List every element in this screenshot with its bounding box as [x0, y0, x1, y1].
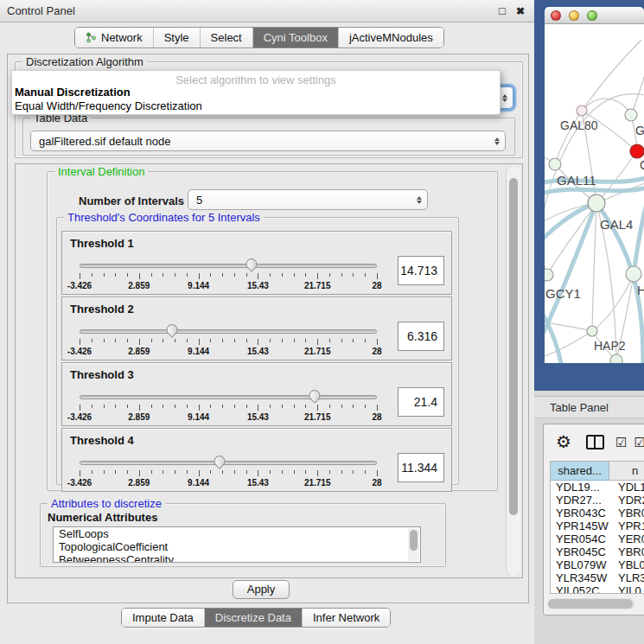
threshold-1-value-field[interactable]: 14.713 — [398, 256, 444, 285]
bottom-tab-bar: Impute Data Discretize Data Infer Networ… — [121, 608, 391, 628]
app-root: Control Panel □ ✖ Network Style Select C… — [0, 0, 644, 644]
tab-jactivemnodules[interactable]: jActiveMNodules — [338, 28, 443, 48]
cyni-toolbox-panel: Discretization Algorithm Table Data galF… — [7, 54, 529, 603]
network-node[interactable] — [577, 105, 587, 116]
window-zoom-button[interactable] — [587, 10, 597, 21]
group-title: Discretization Algorithm — [22, 55, 147, 68]
table-row[interactable]: YBR043CYBR0 — [551, 507, 644, 520]
network-node[interactable] — [549, 158, 561, 170]
numerical-attributes-list[interactable]: SelfLoopsTopologicalCoefficientBetweenne… — [53, 526, 421, 563]
network-icon — [86, 32, 97, 43]
tab-infer-network[interactable]: Infer Network — [302, 609, 390, 627]
column-header-shared-name[interactable]: shared... — [551, 462, 609, 481]
control-panel: Control Panel □ ✖ Network Style Select C… — [0, 0, 534, 644]
float-window-icon[interactable]: □ — [496, 5, 508, 17]
tab-select[interactable]: Select — [200, 28, 252, 48]
table-row[interactable]: YDR27...YDR2 — [551, 494, 644, 507]
table-row[interactable]: YBR045CYBR0 — [551, 545, 644, 558]
group-title: Interval Definition — [54, 165, 148, 178]
tab-label: Impute Data — [132, 611, 194, 624]
threshold-label: Threshold 3 — [70, 368, 134, 381]
slider-thumb[interactable] — [211, 453, 226, 469]
network-node-label: C — [640, 158, 644, 172]
combobox-stepper-icon — [489, 137, 505, 145]
threshold-4-value-field[interactable]: 11.344 — [398, 453, 444, 482]
threshold-1-slider[interactable]: -3.4262.8599.14415.4321.71528 — [80, 263, 377, 292]
network-node-label: GAL4 — [600, 217, 633, 232]
dropdown-option-manual-discretization[interactable]: Manual Discretization — [12, 86, 500, 99]
column-header-name[interactable]: n — [609, 462, 644, 481]
settings-vertical-scrollbar[interactable] — [506, 166, 520, 576]
tab-network[interactable]: Network — [75, 28, 153, 48]
table-row[interactable]: YER054CYER0 — [551, 532, 644, 545]
network-node[interactable] — [587, 326, 597, 336]
group-title: Threshold's Coordinates for 5 Intervals — [64, 211, 264, 224]
network-edge[interactable] — [596, 151, 637, 203]
window-close-button[interactable] — [551, 10, 561, 21]
tab-label: Select — [211, 31, 242, 44]
gear-icon[interactable]: ⚙ — [556, 433, 571, 450]
table-data-combobox[interactable]: galFiltered.sif default node — [30, 131, 506, 151]
tab-impute-data[interactable]: Impute Data — [122, 609, 204, 627]
table-toolbar: ⚙ ☑ ☑ — [544, 424, 644, 459]
table-row[interactable]: YDL19...YDL1 — [551, 481, 644, 494]
network-edge[interactable] — [582, 40, 641, 111]
network-node-label: GCY1 — [545, 286, 581, 301]
network-edge[interactable] — [592, 203, 596, 331]
group-title: Attributes to discretize — [48, 497, 165, 510]
network-edge[interactable] — [631, 57, 644, 115]
table-header-row: shared... n — [551, 462, 644, 481]
right-side-panel: GAL80GACGAL11GAL4GCY1HHAP2 Table Panel ⚙… — [534, 0, 644, 644]
attribute-list-item[interactable]: SelfLoops — [54, 527, 420, 540]
table-row[interactable]: YBL079WYBL0 — [551, 558, 644, 571]
numerical-attributes-label: Numerical Attributes — [48, 511, 157, 524]
network-edge-thick[interactable] — [545, 203, 596, 337]
threshold-4-slider[interactable]: -3.4262.8599.14415.4321.71528 — [80, 460, 377, 489]
columns-icon[interactable] — [586, 435, 604, 450]
tab-discretize-data[interactable]: Discretize Data — [204, 609, 302, 627]
table-panel-header: Table Panel — [534, 396, 644, 418]
network-node-label: HAP2 — [594, 339, 626, 353]
slider-thumb[interactable] — [243, 256, 258, 271]
threshold-3-value-field[interactable]: 21.4 — [398, 387, 444, 417]
checkbox-icon[interactable]: ☑ — [615, 436, 627, 449]
network-node[interactable] — [545, 269, 553, 281]
threshold-2-slider[interactable]: -3.4262.8599.14415.4321.71528 — [80, 328, 377, 358]
table-horizontal-scrollbar[interactable] — [547, 598, 635, 609]
tab-label: Discretize Data — [215, 611, 291, 624]
threshold-2-value-field[interactable]: 6.316 — [398, 322, 444, 351]
number-of-intervals-value: 5 — [188, 194, 411, 207]
network-node[interactable] — [588, 194, 605, 212]
table-panel: ⚙ ☑ ☑ shared... n YDL19...YDL1YDR27...YD… — [543, 424, 644, 615]
dropdown-option-equal-width-frequency[interactable]: Equal Width/Frequency Discretization — [12, 99, 500, 113]
table-row[interactable]: YIL052CYIL0 — [551, 584, 644, 594]
network-node[interactable] — [610, 354, 622, 363]
threshold-3-slider[interactable]: -3.4262.8599.14415.4321.71528 — [80, 394, 377, 424]
threshold-label: Threshold 1 — [70, 237, 134, 250]
table-row[interactable]: YLR345WYLR3 — [551, 571, 644, 584]
network-canvas[interactable]: GAL80GACGAL11GAL4GCY1HHAP2 — [545, 24, 644, 363]
network-node[interactable] — [626, 266, 641, 282]
number-of-intervals-combobox[interactable]: 5 — [188, 189, 428, 210]
checkbox-icon[interactable]: ☑ — [634, 436, 644, 449]
network-node-label: GAL11 — [557, 173, 596, 188]
window-minimize-button[interactable] — [569, 10, 579, 21]
attributes-group: Attributes to discretize Numerical Attri… — [40, 503, 446, 567]
attribute-list-item[interactable]: BetweennessCentrality — [54, 553, 420, 563]
slider-thumb[interactable] — [163, 322, 179, 337]
attribute-list-item[interactable]: TopologicalCoefficient — [54, 540, 420, 553]
threshold-1-panel: Threshold 1 -3.4262.8599.14415.4321.7152… — [61, 231, 452, 295]
scrollbar-thumb[interactable] — [509, 178, 518, 515]
tab-cyni-toolbox[interactable]: Cyni Toolbox — [252, 28, 338, 48]
network-node[interactable] — [630, 144, 644, 158]
network-view-window: GAL80GACGAL11GAL4GCY1HHAP2 — [534, 0, 644, 391]
network-node[interactable] — [625, 109, 637, 121]
table-row[interactable]: YPR145WYPR1 — [551, 520, 644, 532]
apply-button[interactable]: Apply — [233, 580, 290, 599]
list-scrollbar[interactable] — [408, 528, 419, 561]
tab-label: Style — [164, 31, 189, 44]
close-icon[interactable]: ✖ — [514, 5, 526, 17]
slider-thumb[interactable] — [307, 387, 322, 403]
tab-style[interactable]: Style — [153, 28, 200, 48]
network-edge-thick[interactable] — [634, 204, 644, 274]
